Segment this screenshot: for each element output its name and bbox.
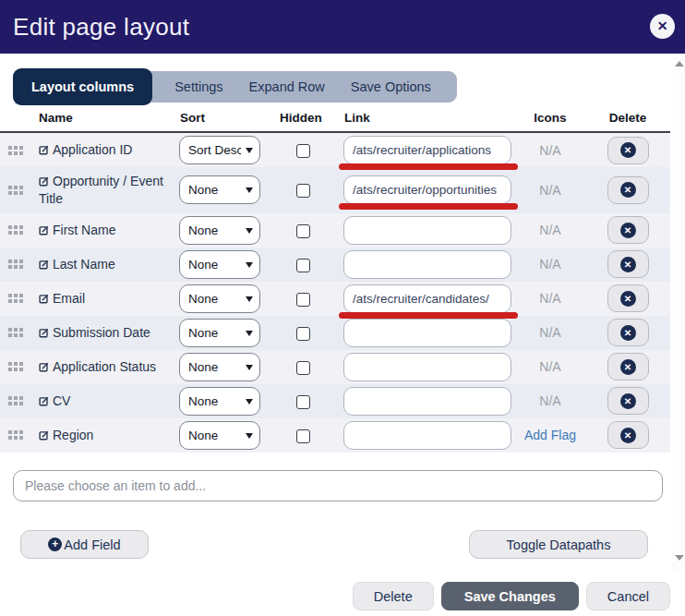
toggle-datapaths-button[interactable]: Toggle Datapaths bbox=[469, 530, 648, 559]
sort-dropdown[interactable]: Sort Descending bbox=[179, 136, 260, 164]
field-name-label: Region bbox=[31, 421, 172, 450]
link-input[interactable] bbox=[343, 250, 511, 279]
table-row: Submission Date None N/A ✕ bbox=[0, 316, 670, 350]
column-header-icons: Icons bbox=[513, 111, 587, 125]
modal-footer: Delete Save Changes Cancel bbox=[353, 582, 670, 610]
sort-select-wrap: None bbox=[179, 353, 260, 381]
delete-x-icon: ✕ bbox=[620, 257, 636, 272]
icons-cell: N/A bbox=[513, 223, 587, 237]
edit-icon bbox=[39, 225, 49, 236]
delete-row-button[interactable]: ✕ bbox=[607, 250, 649, 278]
link-input[interactable] bbox=[343, 284, 511, 313]
delete-cell: ✕ bbox=[587, 284, 668, 312]
hidden-checkbox[interactable] bbox=[296, 144, 310, 158]
vertical-scrollbar[interactable] bbox=[672, 54, 685, 572]
tab-settings[interactable]: Settings bbox=[162, 79, 235, 94]
delete-x-icon: ✕ bbox=[620, 393, 636, 409]
drag-handle-icon[interactable] bbox=[8, 430, 23, 440]
tab-save-options[interactable]: Save Options bbox=[338, 79, 444, 94]
link-cell bbox=[332, 384, 513, 418]
link-input[interactable] bbox=[343, 421, 511, 450]
delete-button[interactable]: Delete bbox=[353, 582, 434, 610]
delete-row-button[interactable]: ✕ bbox=[607, 353, 649, 380]
delete-row-button[interactable]: ✕ bbox=[607, 284, 649, 312]
sort-dropdown[interactable]: None bbox=[179, 387, 260, 416]
delete-cell: ✕ bbox=[587, 387, 668, 415]
link-cell bbox=[332, 282, 513, 316]
delete-x-icon: ✕ bbox=[620, 291, 636, 307]
close-icon[interactable]: ✕ bbox=[650, 14, 675, 39]
drag-handle-icon[interactable] bbox=[8, 328, 23, 337]
sort-select-wrap: None bbox=[179, 387, 260, 416]
field-name-label: Email bbox=[31, 284, 172, 313]
tab-layout-columns[interactable]: Layout columns bbox=[13, 68, 152, 105]
sort-dropdown[interactable]: None bbox=[179, 353, 260, 381]
hidden-cell bbox=[273, 427, 332, 443]
hidden-cell bbox=[273, 222, 332, 238]
icons-cell: N/A bbox=[513, 257, 587, 272]
link-input[interactable] bbox=[343, 387, 511, 416]
save-changes-button[interactable]: Save Changes bbox=[441, 582, 579, 610]
drag-handle-icon[interactable] bbox=[8, 362, 23, 371]
tab-group: Settings Expand Row Save Options bbox=[141, 71, 457, 103]
drag-handle-icon[interactable] bbox=[8, 294, 23, 303]
hidden-checkbox[interactable] bbox=[296, 224, 310, 238]
delete-cell: ✕ bbox=[587, 137, 668, 164]
drag-handle-icon[interactable] bbox=[8, 186, 23, 195]
icons-cell: N/A bbox=[513, 325, 587, 340]
delete-row-button[interactable]: ✕ bbox=[607, 137, 649, 164]
delete-x-icon: ✕ bbox=[620, 325, 636, 341]
drag-handle-icon[interactable] bbox=[8, 225, 23, 235]
tab-expand-row[interactable]: Expand Row bbox=[236, 79, 338, 94]
scroll-down-icon[interactable] bbox=[675, 555, 684, 561]
delete-row-button[interactable]: ✕ bbox=[607, 319, 649, 346]
hidden-checkbox[interactable] bbox=[296, 395, 310, 409]
plus-icon: + bbox=[48, 537, 62, 551]
table-row: CV None N/A ✕ bbox=[0, 384, 670, 418]
edit-icon bbox=[39, 260, 49, 270]
hidden-checkbox[interactable] bbox=[296, 293, 310, 307]
add-flag-link[interactable]: Add Flag bbox=[513, 428, 587, 442]
link-input[interactable] bbox=[343, 353, 511, 381]
hidden-checkbox[interactable] bbox=[296, 429, 310, 443]
link-input[interactable] bbox=[343, 319, 511, 347]
add-item-input[interactable] bbox=[13, 470, 663, 501]
drag-handle-icon[interactable] bbox=[8, 260, 23, 269]
drag-handle-icon[interactable] bbox=[8, 146, 23, 155]
sort-dropdown[interactable]: None bbox=[179, 175, 260, 204]
add-field-button[interactable]: +Add Field bbox=[20, 530, 149, 559]
edit-icon bbox=[39, 362, 49, 372]
delete-row-button[interactable]: ✕ bbox=[607, 176, 649, 204]
modal-header: Edit page layout ✕ bbox=[0, 0, 685, 54]
link-input[interactable] bbox=[343, 216, 511, 245]
delete-row-button[interactable]: ✕ bbox=[607, 421, 649, 449]
hidden-checkbox[interactable] bbox=[296, 327, 310, 341]
edit-icon bbox=[39, 176, 49, 187]
red-underline-annotation bbox=[339, 312, 518, 319]
sort-dropdown[interactable]: None bbox=[179, 421, 260, 450]
sort-dropdown[interactable]: None bbox=[179, 250, 260, 279]
drag-handle-icon[interactable] bbox=[8, 396, 23, 405]
hidden-checkbox[interactable] bbox=[296, 361, 310, 375]
column-header-hidden: Hidden bbox=[273, 111, 332, 125]
hidden-checkbox[interactable] bbox=[296, 259, 310, 272]
red-underline-annotation bbox=[339, 163, 518, 170]
hidden-checkbox[interactable] bbox=[296, 184, 310, 198]
delete-x-icon: ✕ bbox=[620, 428, 636, 443]
hidden-cell bbox=[273, 324, 332, 341]
scroll-up-icon[interactable] bbox=[675, 61, 684, 66]
add-field-label: Add Field bbox=[64, 537, 120, 552]
sort-dropdown[interactable]: None bbox=[179, 284, 260, 313]
sort-dropdown[interactable]: None bbox=[179, 319, 260, 347]
link-input[interactable] bbox=[343, 136, 511, 164]
red-underline-annotation bbox=[339, 203, 518, 210]
link-input[interactable] bbox=[343, 175, 511, 204]
delete-row-button[interactable]: ✕ bbox=[607, 216, 649, 244]
sort-dropdown[interactable]: None bbox=[179, 216, 260, 245]
delete-x-icon: ✕ bbox=[620, 142, 636, 158]
delete-row-button[interactable]: ✕ bbox=[607, 387, 649, 415]
delete-cell: ✕ bbox=[587, 421, 668, 449]
delete-cell: ✕ bbox=[587, 250, 668, 278]
cancel-button[interactable]: Cancel bbox=[586, 582, 670, 610]
table-row: Last Name None N/A ✕ bbox=[0, 248, 670, 282]
